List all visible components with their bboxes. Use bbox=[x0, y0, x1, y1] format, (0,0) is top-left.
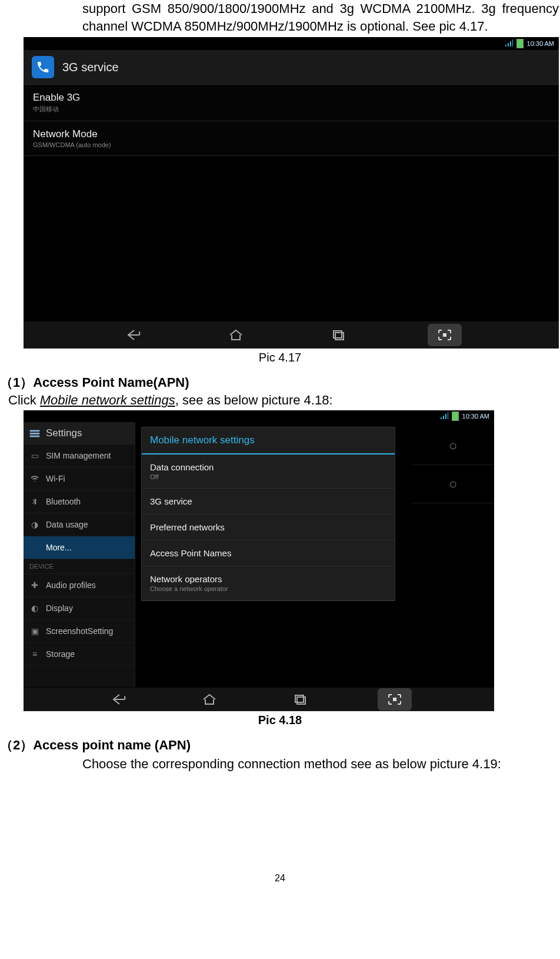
section-1-title: （1）Access Point Name(APN) bbox=[0, 374, 560, 391]
screenshot-3g-service: 10:30 AM 3G service Enable 3G 中国移动 Netwo… bbox=[24, 37, 559, 349]
empty-area bbox=[24, 156, 559, 321]
sidebar-item-audio[interactable]: ✚ Audio profiles bbox=[24, 574, 135, 597]
sidebar-section-device: DEVICE bbox=[24, 559, 135, 574]
svg-rect-4 bbox=[30, 433, 40, 434]
phone-icon bbox=[32, 56, 54, 78]
sidebar-item-wifi[interactable]: Wi-Fi bbox=[24, 467, 135, 490]
row-enable-3g[interactable]: Enable 3G 中国移动 bbox=[24, 85, 559, 121]
sidebar-item-sim[interactable]: ▭ SIM management bbox=[24, 444, 135, 467]
toggle-placeholder: ○ bbox=[412, 427, 494, 465]
dialog-mobile-network-settings: Mobile network settings Data connection … bbox=[141, 427, 395, 601]
row-network-mode[interactable]: Network Mode GSM/WCDMA (auto mode) bbox=[24, 121, 559, 156]
sidebar-item-label: Data usage bbox=[46, 520, 88, 529]
caption-4-17: Pic 4.17 bbox=[0, 351, 560, 364]
row-title: Network operators bbox=[150, 574, 386, 584]
row-title: Enable 3G bbox=[33, 92, 549, 104]
page-number: 24 bbox=[0, 873, 560, 884]
text: Click bbox=[8, 393, 40, 407]
sidebar-item-label: More... bbox=[46, 543, 72, 552]
sim-icon: ▭ bbox=[29, 450, 40, 461]
row-title: Network Mode bbox=[33, 128, 549, 140]
bluetooth-icon bbox=[29, 496, 40, 507]
storage-icon: ≡ bbox=[29, 649, 40, 659]
wifi-icon bbox=[29, 473, 40, 484]
sidebar-item-data-usage[interactable]: ◑ Data usage bbox=[24, 513, 135, 536]
row-subtitle: Off bbox=[150, 473, 386, 480]
battery-icon bbox=[452, 412, 459, 421]
data-usage-icon: ◑ bbox=[29, 519, 40, 530]
nav-screenshot-button[interactable] bbox=[428, 324, 462, 346]
nav-back-button[interactable] bbox=[106, 691, 132, 708]
battery-icon bbox=[516, 39, 524, 48]
sidebar-item-more[interactable]: More... bbox=[24, 536, 135, 559]
nav-home-button[interactable] bbox=[196, 691, 222, 708]
status-bar: 10:30 AM bbox=[24, 37, 559, 50]
sidebar-item-display[interactable]: ◐ Display bbox=[24, 597, 135, 620]
dialog-row-3g-service[interactable]: 3G service bbox=[142, 489, 395, 515]
sidebar-item-screenshot-setting[interactable]: ▣ ScreenshotSetting bbox=[24, 620, 135, 643]
section-1-text: Click Mobile network settings, see as be… bbox=[8, 393, 560, 408]
blank-icon bbox=[29, 542, 40, 553]
screen-title: 3G service bbox=[62, 61, 119, 74]
nav-screenshot-button[interactable] bbox=[378, 688, 412, 711]
signal-icon bbox=[505, 39, 513, 48]
link-text: Mobile network settings bbox=[40, 393, 175, 407]
nav-recent-button[interactable] bbox=[325, 326, 351, 344]
nav-bar bbox=[24, 321, 559, 349]
section-2-title: （2）Access point name (APN) bbox=[0, 736, 560, 754]
settings-header: Settings bbox=[24, 422, 135, 444]
status-bar: 10:30 AM bbox=[24, 410, 494, 422]
nav-back-button[interactable] bbox=[121, 326, 146, 344]
nav-home-button[interactable] bbox=[223, 326, 249, 344]
row-subtitle: GSM/WCDMA (auto mode) bbox=[33, 141, 549, 148]
display-icon: ◐ bbox=[29, 603, 40, 613]
dialog-row-network-operators[interactable]: Network operators Choose a network opera… bbox=[142, 566, 395, 600]
sidebar-item-label: Bluetooth bbox=[46, 497, 81, 506]
row-subtitle: Choose a network operator bbox=[150, 585, 386, 592]
svg-rect-2 bbox=[443, 333, 446, 337]
svg-rect-8 bbox=[393, 698, 396, 701]
sidebar-item-label: Storage bbox=[46, 649, 75, 659]
dialog-row-preferred-networks[interactable]: Preferred networks bbox=[142, 515, 395, 540]
settings-icon bbox=[28, 427, 41, 440]
screenshot-mobile-network-settings: 10:30 AM Settings ▭ SIM management bbox=[24, 410, 494, 711]
dialog-row-data-connection[interactable]: Data connection Off bbox=[142, 454, 395, 489]
text: , see as below picture 4.18: bbox=[175, 393, 333, 407]
sidebar-item-label: SIM management bbox=[46, 451, 111, 460]
sidebar-item-storage[interactable]: ≡ Storage bbox=[24, 643, 135, 666]
row-title: Access Point Names bbox=[150, 548, 386, 558]
svg-rect-3 bbox=[30, 430, 40, 432]
sidebar-item-label: Display bbox=[46, 603, 73, 613]
sidebar-item-label: ScreenshotSetting bbox=[46, 626, 113, 636]
settings-sidebar: Settings ▭ SIM management Wi-Fi Blue bbox=[24, 422, 135, 687]
settings-title: Settings bbox=[46, 427, 82, 439]
row-title: Preferred networks bbox=[150, 522, 386, 532]
screen-header: 3G service bbox=[24, 50, 559, 85]
section-2-text: Choose the corresponding connection meth… bbox=[82, 755, 559, 773]
row-title: Data connection bbox=[150, 462, 386, 472]
sidebar-item-bluetooth[interactable]: Bluetooth bbox=[24, 490, 135, 513]
audio-icon: ✚ bbox=[29, 580, 40, 590]
row-title: 3G service bbox=[150, 496, 386, 506]
status-time: 10:30 AM bbox=[527, 40, 554, 47]
svg-rect-5 bbox=[30, 436, 40, 437]
intro-paragraph: support GSM 850/900/1800/1900MHz and 3g … bbox=[0, 0, 559, 35]
signal-icon bbox=[440, 412, 448, 420]
status-time: 10:30 AM bbox=[462, 413, 489, 420]
main-panel: ○ ○ Mobile network settings Data connect… bbox=[135, 422, 494, 687]
nav-recent-button[interactable] bbox=[287, 691, 313, 708]
caption-4-18: Pic 4.18 bbox=[0, 714, 560, 727]
background-list: ○ ○ bbox=[412, 427, 494, 686]
sidebar-item-label: Wi-Fi bbox=[46, 474, 65, 483]
nav-bar bbox=[24, 687, 494, 711]
toggle-placeholder: ○ bbox=[412, 465, 494, 503]
dialog-row-access-point-names[interactable]: Access Point Names bbox=[142, 540, 395, 566]
sidebar-item-label: Audio profiles bbox=[46, 580, 96, 590]
row-subtitle: 中国移动 bbox=[33, 105, 549, 114]
camera-icon: ▣ bbox=[29, 626, 40, 636]
dialog-title: Mobile network settings bbox=[142, 427, 395, 454]
